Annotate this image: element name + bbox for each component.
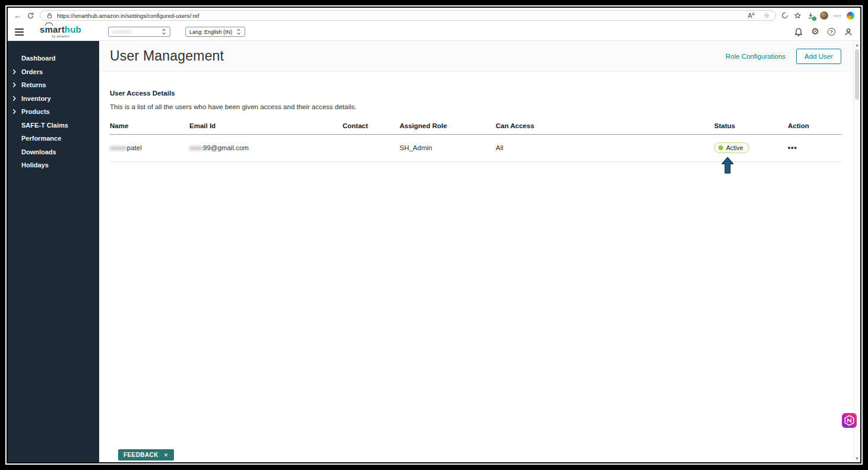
cell-name: xxxxxpatel	[110, 135, 189, 162]
help-icon[interactable]: ?	[828, 28, 835, 36]
sidebar-item-downloads[interactable]: Downloads	[8, 145, 99, 159]
notifications-bell-icon[interactable]	[794, 27, 803, 37]
annotation-arrow-up-icon	[721, 157, 734, 174]
browser-window: ← https://smarthub.amazon.in/settings/co…	[8, 8, 860, 462]
chevron-updown-icon	[236, 28, 241, 36]
cell-assigned-role: SH_Admin	[400, 135, 496, 162]
account-person-icon[interactable]	[844, 27, 853, 37]
sidebar-item-products[interactable]: Products	[8, 105, 99, 119]
sidebar-item-dashboard[interactable]: Dashboard	[8, 52, 99, 65]
refresh-icon[interactable]	[27, 12, 34, 20]
cell-status: Active	[714, 135, 788, 162]
scroll-up-icon[interactable]: ▲	[854, 43, 860, 47]
sidebar-item-inventory[interactable]: Inventory	[8, 92, 99, 106]
awning-icon	[45, 23, 53, 26]
read-aloud-icon[interactable]: AA	[748, 12, 755, 19]
section-description: This is a list of all the users who have…	[110, 103, 841, 110]
col-header-action: Action	[788, 120, 841, 135]
chevron-right-icon	[12, 109, 16, 115]
page-title: User Management	[110, 48, 224, 64]
collections-icon[interactable]	[794, 12, 802, 20]
chevron-updown-icon	[161, 28, 166, 36]
cell-can-access: All	[496, 135, 714, 162]
hamburger-menu-icon[interactable]	[15, 28, 24, 36]
col-header-contact: Contact	[343, 120, 400, 135]
chevron-right-icon	[12, 96, 16, 101]
col-header-assigned-role: Assigned Role	[400, 120, 496, 135]
table-header-row: Name Email Id Contact Assigned Role Can …	[110, 120, 841, 135]
scroll-down-icon[interactable]: ▼	[854, 456, 860, 461]
browser-menu-icon[interactable]: ⋯	[834, 12, 841, 20]
main-content: User Management Role Configurations Add …	[99, 41, 853, 462]
col-header-email: Email Id	[189, 120, 343, 135]
screenshot-frame: ← https://smarthub.amazon.in/settings/co…	[0, 0, 868, 470]
browser-toolbar: ← https://smarthub.amazon.in/settings/co…	[8, 8, 860, 23]
sidebar-item-performance[interactable]: Performance	[8, 132, 99, 145]
download-complete-check: ✓	[812, 17, 816, 21]
col-header-status: Status	[714, 120, 788, 135]
users-table: Name Email Id Contact Assigned Role Can …	[110, 120, 841, 162]
download-icon[interactable]: ✓	[807, 12, 815, 20]
cell-email: xxxx99@gmail.com	[189, 135, 343, 162]
browser-profile-avatar[interactable]	[820, 11, 828, 20]
chevron-right-icon	[12, 82, 16, 88]
copilot-icon[interactable]	[847, 12, 854, 20]
sidebar-item-safe-t-claims[interactable]: SAFE-T Claims	[8, 119, 99, 132]
store-select-value: xxxxxxxx	[112, 29, 131, 34]
row-actions-menu[interactable]: •••	[788, 144, 797, 152]
page-body: Dashboard Orders Returns Inventory Produ…	[8, 41, 860, 462]
app-header: smarthub by amazon xxxxxxxx Lang: Englis…	[8, 23, 860, 41]
col-header-can-access: Can Access	[496, 120, 714, 135]
table-row: xxxxxpatel xxxx99@gmail.com SH_Admin All…	[110, 135, 841, 162]
back-icon[interactable]: ←	[14, 12, 21, 20]
section-title: User Access Details	[110, 90, 841, 97]
url-text: https://smarthub.amazon.in/settings/conf…	[57, 12, 199, 19]
sidebar-item-returns[interactable]: Returns	[8, 78, 99, 92]
role-configurations-link[interactable]: Role Configurations	[726, 53, 785, 60]
page-header: User Management Role Configurations Add …	[99, 41, 853, 72]
address-bar[interactable]: https://smarthub.amazon.in/settings/conf…	[40, 10, 776, 21]
assistant-widget[interactable]	[842, 413, 857, 428]
add-user-button[interactable]: Add User	[796, 49, 841, 64]
sidebar-item-orders[interactable]: Orders	[8, 65, 99, 79]
cell-contact	[343, 135, 400, 162]
status-dot-icon	[718, 145, 723, 150]
settings-gear-icon[interactable]: ⚙	[812, 27, 819, 36]
cell-action: •••	[788, 135, 841, 162]
store-select[interactable]: xxxxxxxx	[108, 27, 170, 37]
hexagon-zigzag-icon	[843, 414, 856, 427]
sidebar: Dashboard Orders Returns Inventory Produ…	[8, 41, 99, 462]
smarthub-logo: smarthub by amazon	[40, 25, 81, 39]
browser-extension-icon[interactable]	[781, 12, 788, 19]
user-access-section: User Access Details This is a list of al…	[99, 90, 853, 162]
col-header-name: Name	[110, 120, 189, 135]
language-select-value: Lang: English (IN)	[189, 29, 232, 35]
status-badge: Active	[714, 142, 749, 153]
scrollbar-thumb[interactable]	[855, 49, 859, 100]
language-select[interactable]: Lang: English (IN)	[185, 27, 245, 37]
vertical-scrollbar[interactable]: ▲ ▼	[853, 41, 860, 462]
close-icon[interactable]: ✕	[164, 452, 169, 458]
favorite-star-icon[interactable]: ☆	[764, 12, 769, 20]
lock-icon	[46, 12, 53, 19]
feedback-button[interactable]: FEEDBACK ✕	[118, 449, 174, 461]
sidebar-item-holidays[interactable]: Holidays	[8, 158, 99, 172]
chevron-right-icon	[12, 69, 16, 75]
